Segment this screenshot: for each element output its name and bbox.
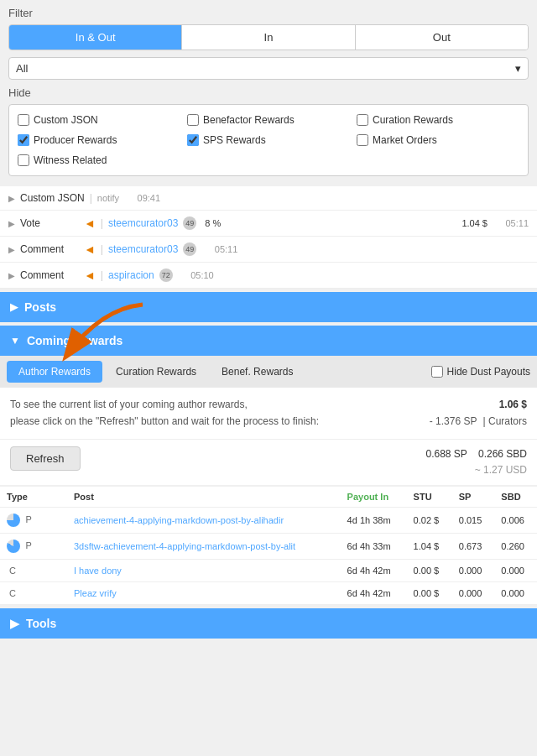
table-row: P 3dsftw-achievement-4-applying-markdown… — [0, 534, 537, 560]
tx-time: 05:10 — [185, 270, 214, 280]
row-sbd: 0.006 — [494, 508, 537, 534]
refresh-button[interactable]: Refresh — [10, 446, 81, 471]
pie-chart-icon — [7, 540, 20, 553]
row-payout-in: 4d 1h 38m — [341, 508, 407, 534]
row-payout-in: 6d 4h 42m — [341, 560, 407, 582]
refresh-sbd: 0.266 SBD — [478, 448, 527, 460]
row-type: P — [0, 508, 67, 534]
coming-rewards-label: Coming Rewards — [27, 334, 123, 347]
tab-out[interactable]: Out — [356, 25, 528, 50]
posts-section-header[interactable]: ▶ Posts — [0, 292, 537, 322]
all-dropdown[interactable]: All ▾ — [8, 57, 529, 80]
tx-time: 05:11 — [208, 244, 237, 254]
row-stu: 1.04 $ — [407, 534, 452, 560]
table-row: ▶ Custom JSON | notify 09:41 — [0, 186, 537, 211]
comment-icon: ◄ — [84, 269, 96, 282]
label-producer-rewards[interactable]: Producer Rewards — [34, 134, 117, 146]
row-post: Pleaz vrify — [67, 582, 341, 605]
tx-user[interactable]: steemcurator03 — [108, 217, 178, 229]
table-row: ▶ Comment ◄ | aspiracion 72 05:10 — [0, 263, 537, 289]
vote-icon: ◄ — [84, 216, 96, 230]
post-link[interactable]: Pleaz vrify — [74, 588, 117, 598]
tools-section-header[interactable]: ▶ Tools — [0, 608, 537, 639]
col-sbd-label: SBD — [501, 492, 520, 502]
user-badge: 49 — [183, 216, 196, 230]
table-row: C Pleaz vrify 6d 4h 42m 0.00 $ 0.000 0.0… — [0, 582, 537, 605]
all-label: All — [16, 62, 28, 75]
checkbox-benefactor-rewards[interactable] — [187, 114, 199, 126]
expand-icon[interactable]: ▶ — [8, 219, 15, 228]
hide-item-custom-json: Custom JSON — [14, 112, 184, 128]
posts-expand-icon: ▶ — [10, 301, 18, 313]
tx-user[interactable]: aspiracion — [108, 269, 154, 281]
table-row: ▶ Vote ◄ | steemcurator03 49 8 % 1.04 $ … — [0, 211, 537, 237]
label-sps-rewards[interactable]: SPS Rewards — [203, 134, 266, 146]
checkbox-market-orders[interactable] — [357, 134, 368, 146]
tx-type: Comment — [20, 243, 79, 255]
col-type: Type — [0, 487, 67, 508]
filter-section: Filter In & Out In Out All ▾ Hide Custom… — [0, 0, 537, 183]
expand-icon[interactable]: ▶ — [8, 245, 15, 254]
refresh-sp-sbd: 0.688 SP 0.266 SBD — [425, 446, 527, 462]
col-stu: STU — [407, 487, 452, 508]
tab-author-rewards[interactable]: Author Rewards — [7, 361, 102, 383]
post-link[interactable]: I have dony — [74, 566, 122, 576]
tab-in-out[interactable]: In & Out — [9, 25, 182, 50]
tab-curation-rewards[interactable]: Curation Rewards — [104, 361, 208, 383]
author-info-box: To see the current list of your coming a… — [0, 388, 537, 439]
reward-tabs-bar: Author Rewards Curation Rewards Benef. R… — [0, 356, 537, 388]
checkbox-producer-rewards[interactable] — [18, 134, 29, 146]
label-market-orders[interactable]: Market Orders — [373, 134, 437, 146]
label-hide-dust[interactable]: Hide Dust Payouts — [447, 366, 530, 378]
post-link[interactable]: 3dsftw-achievement-4-applying-markdown-p… — [74, 541, 295, 551]
checkbox-hide-dust[interactable] — [431, 366, 443, 378]
author-sp: - 1.376 SP — [430, 415, 477, 427]
type-badge: C — [7, 566, 18, 576]
row-sp: 0.000 — [452, 582, 495, 605]
type-badge: C — [7, 588, 18, 598]
post-link[interactable]: achievement-4-applying-markdown-post-by-… — [74, 515, 284, 525]
hide-item-sps-rewards: SPS Rewards — [184, 132, 353, 149]
comment-icon: ◄ — [84, 242, 96, 256]
row-stu: 0.00 $ — [407, 560, 452, 582]
checkbox-sps-rewards[interactable] — [187, 134, 199, 146]
tx-user[interactable]: steemcurator03 — [108, 243, 178, 255]
tx-type: Custom JSON — [20, 192, 85, 204]
label-curation-rewards[interactable]: Curation Rewards — [373, 114, 453, 126]
checkbox-curation-rewards[interactable] — [357, 114, 368, 126]
expand-icon[interactable]: ▶ — [8, 194, 15, 203]
user-badge: 49 — [183, 242, 196, 256]
chevron-down-icon: ▾ — [515, 62, 521, 75]
label-benefactor-rewards[interactable]: Benefactor Rewards — [203, 114, 295, 126]
tx-amount: 1.04 $ — [461, 218, 487, 228]
row-type: P — [0, 534, 67, 560]
col-stu-label: STU — [414, 492, 432, 502]
checkbox-custom-json[interactable] — [18, 114, 29, 126]
tx-separator: | — [101, 217, 103, 229]
expand-icon[interactable]: ▶ — [8, 271, 15, 280]
label-witness-related[interactable]: Witness Related — [34, 154, 107, 166]
tx-meta: notify — [97, 193, 119, 203]
row-payout-in: 6d 4h 33m — [341, 534, 407, 560]
tab-in[interactable]: In — [182, 25, 355, 50]
tab-benef-rewards[interactable]: Benef. Rewards — [210, 361, 305, 383]
row-post: achievement-4-applying-markdown-post-by-… — [67, 508, 341, 534]
label-custom-json[interactable]: Custom JSON — [34, 114, 98, 126]
table-row: C I have dony 6d 4h 42m 0.00 $ 0.000 0.0… — [0, 560, 537, 582]
col-sp: SP — [452, 487, 495, 508]
checkbox-witness-related[interactable] — [18, 154, 29, 166]
table-row: P achievement-4-applying-markdown-post-b… — [0, 508, 537, 534]
hide-grid: Custom JSON Benefactor Rewards Curation … — [8, 104, 529, 176]
coming-rewards-header[interactable]: ▼ Coming Rewards — [0, 326, 537, 356]
hide-dust-control: Hide Dust Payouts — [431, 366, 530, 378]
row-sp: 0.673 — [452, 534, 495, 560]
hide-label: Hide — [8, 86, 529, 99]
row-sbd: 0.000 — [494, 560, 537, 582]
row-stu: 0.02 $ — [407, 508, 452, 534]
tx-pct: 8 % — [205, 218, 221, 228]
col-payout-label: Payout In — [347, 492, 389, 502]
row-payout-in: 6d 4h 42m — [341, 582, 407, 605]
row-sp: 0.000 — [452, 560, 495, 582]
refresh-sp: 0.688 SP — [425, 448, 467, 460]
tools-section-label: Tools — [26, 617, 56, 630]
